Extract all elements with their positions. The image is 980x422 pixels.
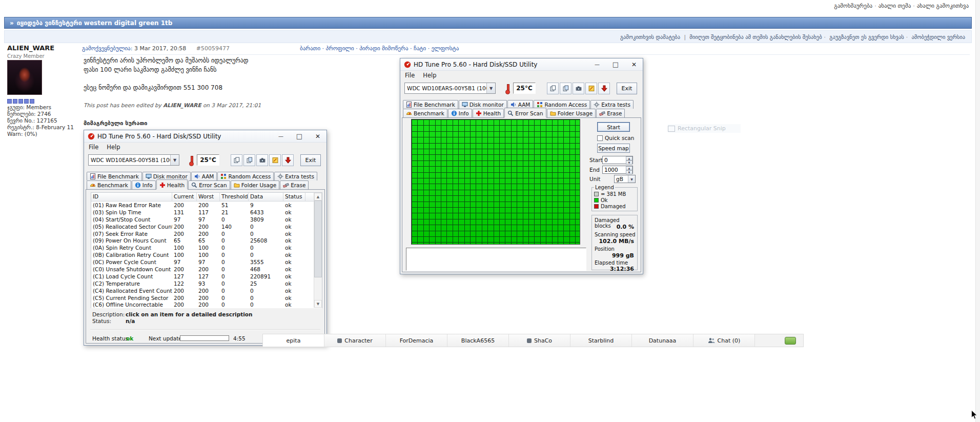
options-button[interactable] bbox=[585, 83, 597, 94]
speed-map-button[interactable]: Speed map bbox=[597, 144, 630, 153]
spin-up-icon[interactable] bbox=[626, 166, 632, 170]
avatar[interactable] bbox=[7, 60, 42, 95]
tab-folder-usage[interactable]: Folder Usage bbox=[231, 180, 280, 189]
page-scrollbar[interactable] bbox=[975, 0, 980, 422]
smart-row[interactable]: (C4) Reallocated Event Count20020000ok bbox=[91, 287, 322, 294]
window-titlebar[interactable]: HD Tune Pro 5.60 - Hard Disk/SSD Utility bbox=[400, 58, 643, 71]
tab-benchmark[interactable]: Benchmark bbox=[403, 109, 447, 117]
smart-row[interactable]: (C0) Unsafe Shutdown Count2002000468ok bbox=[91, 266, 322, 273]
save-button[interactable] bbox=[282, 154, 294, 166]
tab-disk-monitor[interactable]: Disk monitor bbox=[459, 100, 507, 109]
scroll-down-icon[interactable] bbox=[314, 300, 322, 308]
minimize-button[interactable] bbox=[589, 59, 605, 70]
new-poll-link[interactable]: ახალი გამოკითხვა bbox=[917, 3, 969, 9]
author-quick-links[interactable]: ბარათი · პროფილი · პირადი მიმოწერა · ჩატ… bbox=[300, 45, 459, 52]
chat-item[interactable]: Chat (0) bbox=[693, 334, 755, 347]
smart-row[interactable]: (01) Raw Read Error Rate200200519ok bbox=[91, 202, 322, 209]
tab-health[interactable]: Health bbox=[473, 109, 504, 117]
smart-row[interactable]: (0C) Power Cycle Count979703555ok bbox=[91, 258, 322, 266]
menu-file[interactable]: File bbox=[405, 72, 415, 79]
smart-row[interactable]: (0A) Spin Retry Count10010000ok bbox=[91, 244, 322, 251]
window-titlebar[interactable]: HD Tune Pro 5.60 - Hard Disk/SSD Utility bbox=[84, 130, 326, 143]
tab-info[interactable]: Info bbox=[448, 109, 472, 117]
menu-help[interactable]: Help bbox=[423, 72, 436, 79]
tab-error-scan[interactable]: Error Scan bbox=[504, 108, 546, 117]
tab-benchmark[interactable]: Benchmark bbox=[87, 180, 131, 189]
track-topic-link[interactable]: მიიღეთ შეტყობინება ამ თემის განახლების შ… bbox=[689, 34, 822, 40]
tab-random-access[interactable]: Random Access bbox=[217, 172, 274, 180]
chat-item[interactable]: ShaCo bbox=[509, 334, 570, 347]
screenshot-button[interactable] bbox=[573, 83, 584, 94]
close-button[interactable] bbox=[626, 59, 642, 70]
options-button[interactable] bbox=[269, 154, 281, 166]
smart-row[interactable]: (03) Spin Up Time131117216433ok bbox=[91, 209, 322, 216]
chat-item[interactable]: BlackA6565 bbox=[447, 334, 509, 347]
smart-row[interactable]: (C1) Load Cycle Count1271270220891ok bbox=[91, 273, 322, 280]
tab-error-scan[interactable]: Error Scan bbox=[188, 180, 230, 189]
spin-down-icon[interactable] bbox=[626, 170, 632, 174]
menu-help[interactable]: Help bbox=[107, 144, 120, 151]
copy-image-button[interactable] bbox=[243, 154, 255, 166]
tab-extra-tests[interactable]: Extra tests bbox=[590, 100, 634, 109]
smart-col-header[interactable]: Status bbox=[283, 193, 305, 201]
chat-item[interactable]: Datunaaa bbox=[632, 334, 693, 347]
exit-button[interactable]: Exit bbox=[300, 154, 321, 166]
smart-row[interactable]: (05) Reallocated Sector Count2002001400o… bbox=[91, 223, 322, 230]
copy-image-button[interactable] bbox=[560, 83, 571, 94]
smart-col-header[interactable]: Threshold bbox=[220, 193, 249, 201]
smart-row[interactable]: (04) Start/Stop Count979703809ok bbox=[91, 216, 322, 223]
tab-aam[interactable]: AAM bbox=[191, 172, 217, 180]
menu-file[interactable]: File bbox=[89, 144, 98, 151]
tab-erase[interactable]: Erase bbox=[280, 180, 309, 189]
quick-scan-checkbox[interactable]: Quick scan bbox=[597, 135, 634, 141]
chat-item[interactable]: epita bbox=[263, 334, 324, 347]
post-author-name[interactable]: ALIEN_WARE bbox=[7, 44, 54, 52]
reply-link[interactable]: გამოხმაურება bbox=[834, 3, 872, 9]
table-scrollbar[interactable] bbox=[314, 193, 322, 308]
scroll-up-icon[interactable] bbox=[314, 193, 322, 200]
copy-text-button[interactable] bbox=[231, 154, 242, 166]
smart-row[interactable]: (C6) Offline Uncorrectable20020000ok bbox=[91, 301, 322, 308]
chat-item[interactable]: Character bbox=[324, 334, 386, 347]
smart-row[interactable]: (C5) Current Pending Sector20020000ok bbox=[91, 294, 322, 302]
battery-icon[interactable] bbox=[785, 337, 796, 345]
device-select[interactable]: WDC WD10EARS-00Y5B1 (1000 gB) bbox=[404, 83, 496, 94]
smart-col-header[interactable]: Current bbox=[172, 193, 197, 201]
screenshot-button[interactable] bbox=[256, 154, 268, 166]
unit-select[interactable]: gB bbox=[614, 175, 636, 183]
spin-up-icon[interactable] bbox=[626, 156, 632, 160]
maximize-button[interactable] bbox=[292, 131, 307, 142]
chat-item[interactable]: ForDemacia bbox=[386, 334, 447, 347]
start-scan-button[interactable]: Start bbox=[597, 122, 630, 132]
tab-extra-tests[interactable]: Extra tests bbox=[274, 172, 317, 180]
checkbox-icon[interactable] bbox=[597, 135, 603, 141]
minimize-button[interactable] bbox=[273, 131, 289, 142]
tab-file-benchmark[interactable]: File Benchmark bbox=[403, 100, 458, 109]
smart-col-header[interactable]: Data bbox=[249, 193, 283, 201]
maximize-button[interactable] bbox=[608, 59, 623, 70]
smart-row[interactable]: (09) Power On Hours Count6565025608ok bbox=[91, 237, 322, 244]
spin-down-icon[interactable] bbox=[626, 160, 632, 165]
chat-item[interactable]: Starblind bbox=[570, 334, 632, 347]
smart-row[interactable]: (C2) Temperature12293025ok bbox=[91, 280, 322, 287]
scan-block-map[interactable] bbox=[411, 119, 580, 245]
smart-row[interactable]: (0B) Calibration Retry Count10010000ok bbox=[91, 251, 322, 258]
posted-link[interactable]: გამოქვეყნებულია: bbox=[82, 45, 132, 52]
exit-button[interactable]: Exit bbox=[617, 83, 637, 94]
device-select[interactable]: WDC WD10EARS-00Y5B1 (1000 gB) bbox=[88, 154, 179, 166]
new-topic-link[interactable]: ახალი თემა bbox=[879, 3, 911, 9]
scrollbar-thumb[interactable] bbox=[314, 200, 322, 277]
send-page-link[interactable]: გაუგზავნეთ ეს გვერდი სხვას bbox=[829, 34, 904, 40]
copy-text-button[interactable] bbox=[547, 83, 559, 94]
post-id[interactable]: #50059477 bbox=[196, 45, 230, 52]
tab-folder-usage[interactable]: Folder Usage bbox=[547, 109, 596, 117]
close-button[interactable] bbox=[310, 131, 325, 142]
smart-row[interactable]: (07) Seek Error Rate20020000ok bbox=[91, 230, 322, 237]
smart-col-header[interactable]: ID bbox=[91, 193, 172, 201]
add-poll-link[interactable]: გამოკითხვის დამატება bbox=[620, 34, 680, 40]
tab-info[interactable]: Info bbox=[132, 180, 156, 189]
save-button[interactable] bbox=[598, 83, 610, 94]
tab-erase[interactable]: Erase bbox=[596, 109, 625, 117]
tab-health[interactable]: Health bbox=[156, 179, 188, 189]
tab-file-benchmark[interactable]: File Benchmark bbox=[87, 172, 142, 180]
